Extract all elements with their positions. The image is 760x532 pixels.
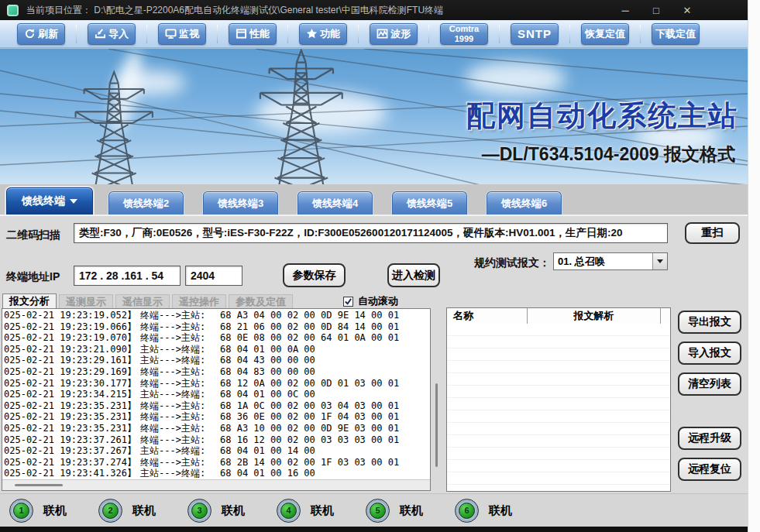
restore-settings-button[interactable]: 恢复定值: [581, 23, 629, 45]
banner-image: 配网自动化系统主站 —DL/T634.5104-2009 报文格式: [0, 48, 748, 185]
import-label: 导入: [108, 27, 129, 41]
monitor-icon: [165, 28, 177, 39]
tab-feeder-terminal[interactable]: 馈线终端4: [297, 191, 373, 215]
online-label: 联机: [311, 503, 334, 518]
enter-detection-button[interactable]: 进入检测: [387, 263, 440, 287]
features-button[interactable]: 功能: [299, 23, 347, 45]
log-timestamp: 025-02-21 19:23:29.169】: [4, 366, 140, 378]
log-horizontal-scrollbar[interactable]: [2, 479, 430, 490]
scrollbar-thumb[interactable]: [435, 383, 438, 467]
log-direction: 终端--->主站:: [140, 434, 220, 446]
toolbar-separator: [499, 25, 500, 43]
tab-message-analysis[interactable]: 报文分析: [2, 293, 57, 308]
log-direction: 主站--->终端:: [140, 344, 220, 355]
export-message-button[interactable]: 导出报文: [678, 311, 741, 334]
log-line: 025-02-21 19:23:30.177】终端--->主站:68 12 0A…: [4, 378, 430, 390]
channel-led: 5: [366, 499, 390, 523]
online-label: 联机: [400, 503, 423, 518]
log-hex-bytes: 68 04 01 00 0C 00: [220, 389, 315, 400]
log-line: 025-02-21 19:23:35.231】终端--->主站:68 36 0E…: [4, 411, 430, 423]
dropdown-arrow-button[interactable]: [652, 253, 667, 269]
download-settings-label: 下载定值: [655, 27, 696, 41]
protocol-test-dropdown[interactable]: 01. 总召唤: [553, 252, 668, 270]
log-direction: 终端--->主站:: [140, 423, 220, 434]
log-timestamp: 025-02-21 19:23:29.161】: [4, 355, 140, 366]
channel-led: 1: [9, 499, 33, 523]
maximize-button[interactable]: □: [641, 0, 672, 20]
log-direction: 终端--->主站:: [140, 400, 220, 412]
refresh-button[interactable]: 刷新: [17, 23, 65, 45]
status-indicator: 6 联机: [455, 499, 544, 523]
status-indicator: 5 联机: [366, 499, 455, 523]
sntp-button[interactable]: SNTP: [511, 23, 559, 45]
app-window: 当前项目位置： D:\配电之星-P2200A6配电自动化终端测试仪\Genera…: [0, 0, 760, 532]
comtrade-label-line1: Comtra: [449, 24, 480, 34]
log-line: 025-02-21 19:23:37.267】主站--->终端:68 04 01…: [4, 445, 430, 457]
tab-params-and-settings[interactable]: 参数及定值: [229, 294, 293, 308]
log-timestamp: 025-02-21 19:23:37.261】: [4, 434, 140, 446]
tab-feeder-terminal-1-label: 馈线终端: [22, 194, 65, 208]
import-message-button[interactable]: 导入报文: [678, 342, 741, 365]
online-label: 联机: [43, 503, 67, 518]
terminal-ip-input[interactable]: 172 . 28 .161 . 54: [74, 266, 181, 286]
log-line: 025-02-21 19:23:21.090】主站--->终端:68 04 01…: [4, 344, 430, 355]
performance-button[interactable]: 性能: [229, 23, 277, 45]
log-timestamp: 025-02-21 19:23:19.066】: [4, 321, 140, 333]
log-hex-bytes: 68 A3 10 00 02 00 0D 9E 03 00 01: [220, 423, 399, 434]
main-panel: 二维码扫描 类型:F30，厂商:0E0526，型号:iES-F30-F22Z，I…: [0, 215, 748, 493]
rescan-button[interactable]: 重扫: [685, 222, 740, 244]
autoscroll-label: 自动滚动: [358, 294, 398, 308]
message-log[interactable]: 025-02-21 19:23:19.052】终端--->主站:68 A3 04…: [2, 308, 431, 491]
import-icon: [95, 28, 106, 39]
qr-scan-input[interactable]: 类型:F30，厂商:0E0526，型号:iES-F30-F22Z，ID:F300…: [74, 223, 668, 243]
tab-feeder-terminal-1[interactable]: 馈线终端: [6, 187, 93, 215]
channel-number: 1: [13, 503, 29, 519]
tab-feeder-terminal[interactable]: 馈线终端5: [392, 191, 467, 215]
log-direction: 终端--->主站:: [140, 411, 220, 423]
tab-telemetry-display[interactable]: 遥测显示: [59, 294, 113, 308]
import-button[interactable]: 导入: [88, 23, 136, 45]
download-settings-button[interactable]: 下载定值: [652, 23, 700, 45]
toolbar: 刷新 导入 监视 性能: [0, 20, 748, 48]
column-name[interactable]: 名称: [447, 308, 528, 324]
star-icon: [306, 28, 318, 39]
log-hex-bytes: 68 12 0A 00 02 00 0D 01 03 00 01: [220, 378, 399, 389]
log-timestamp: 025-02-21 19:23:41.326】: [4, 468, 140, 479]
tab-feeder-terminal[interactable]: 馈线终端2: [108, 191, 184, 215]
checkbox-checked-icon: [343, 297, 353, 307]
waveform-button[interactable]: 波形: [370, 23, 418, 45]
close-button[interactable]: ✕: [672, 0, 703, 20]
log-direction: 主站--->终端:: [140, 355, 220, 366]
toolbar-separator: [428, 25, 429, 43]
comtrade-1999-button[interactable]: Comtra 1999: [440, 23, 488, 45]
tab-feeder-terminal-label: 馈线终端3: [218, 197, 263, 211]
remote-reset-button[interactable]: 远程复位: [678, 458, 741, 481]
channel-led: 3: [187, 499, 211, 523]
refresh-label: 刷新: [38, 27, 58, 41]
log-hex-bytes: 68 2B 14 00 02 00 1F 03 03 00 01: [220, 457, 399, 468]
tab-telesignal-display[interactable]: 遥信显示: [115, 294, 170, 308]
minimize-button[interactable]: ─: [610, 0, 641, 20]
tab-feeder-terminal[interactable]: 馈线终端3: [203, 191, 278, 215]
tab-telecontrol-operation[interactable]: 遥控操作: [172, 294, 226, 308]
log-timestamp: 025-02-21 19:23:19.070】: [4, 332, 140, 344]
parse-table-body[interactable]: [447, 324, 670, 491]
waveform-label: 波形: [390, 27, 411, 41]
log-vertical-scrollbar[interactable]: [433, 308, 440, 491]
channel-number: 2: [102, 503, 119, 519]
log-line: 025-02-21 19:23:35.231】终端--->主站:68 A3 10…: [4, 423, 430, 434]
log-lines: 025-02-21 19:23:19.052】终端--->主站:68 A3 04…: [2, 309, 430, 479]
comtrade-label-line2: 1999: [455, 34, 473, 44]
channel-number: 3: [191, 503, 208, 519]
clear-list-button[interactable]: 清空列表: [678, 372, 741, 396]
remote-upgrade-button[interactable]: 远程升级: [678, 427, 741, 450]
save-params-button[interactable]: 参数保存: [283, 263, 346, 287]
monitor-button[interactable]: 监视: [158, 23, 206, 45]
column-message-parse[interactable]: 报文解析: [528, 308, 661, 324]
autoscroll-checkbox[interactable]: 自动滚动: [343, 294, 398, 308]
tab-feeder-terminal[interactable]: 馈线终端6: [487, 191, 562, 215]
column-spacer: [661, 308, 670, 324]
feeder-tab-strip: 馈线终端 馈线终端2 馈线终端3 馈线终端4 馈线终端5: [0, 184, 748, 215]
scrollbar-thumb[interactable]: [15, 484, 63, 486]
terminal-port-input[interactable]: 2404: [185, 266, 242, 286]
